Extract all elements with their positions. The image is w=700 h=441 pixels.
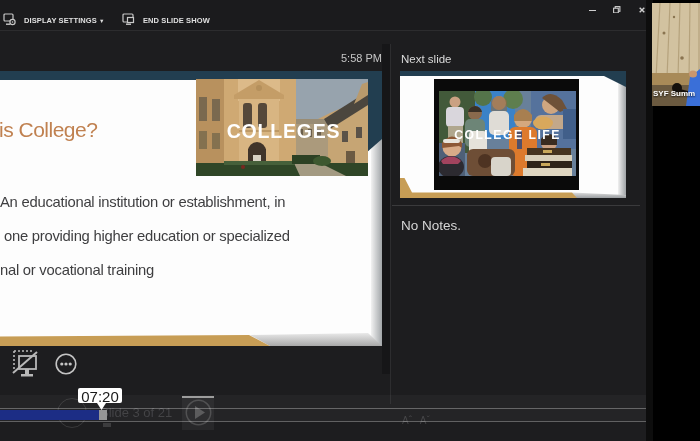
svg-text:COLLEGES: COLLEGES (227, 120, 341, 142)
svg-text:COLLEGE LIFE: COLLEGE LIFE (454, 128, 561, 142)
